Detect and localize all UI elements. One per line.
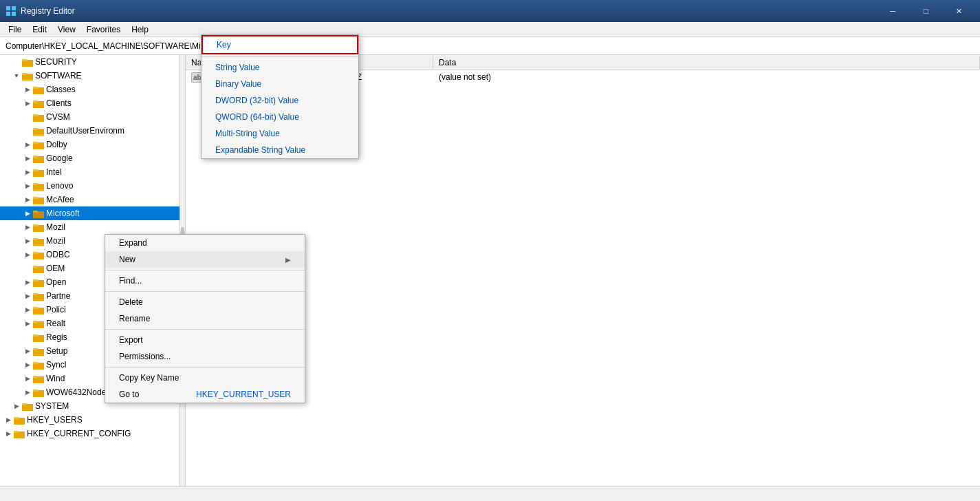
tree-item-google[interactable]: ▶ Google (0, 151, 185, 165)
submenu-key[interactable]: Key (202, 35, 358, 54)
title-bar-controls: ─ □ ✕ (877, 0, 974, 22)
tree-label: Realt (46, 319, 65, 328)
tree-item-hkey-users[interactable]: ▶ HKEY_USERS (0, 413, 185, 427)
tree-item-software[interactable]: ▼ SOFTWARE (0, 69, 185, 83)
svg-rect-2 (6, 12, 10, 16)
folder-icon (22, 57, 33, 67)
expand-icon: ▶ (3, 428, 14, 439)
ctx-new-label: New (119, 255, 135, 264)
expand-icon: ▶ (22, 139, 33, 150)
svg-rect-21 (33, 169, 38, 171)
tree-label: Classes (46, 85, 76, 94)
folder-icon (14, 415, 25, 425)
tree-item-hkey-current-config[interactable]: ▶ HKEY_CURRENT_CONFIG (0, 427, 185, 440)
folder-icon (14, 429, 25, 438)
ctx-delete[interactable]: Delete (105, 294, 305, 310)
ctx-export[interactable]: Export (105, 332, 305, 348)
tree-label: SOFTWARE (35, 71, 82, 81)
folder-icon (33, 112, 44, 122)
col-header-data: Data (433, 56, 980, 69)
submenu-expandable-string-value-label: Expandable String Value (215, 145, 305, 155)
tree-item-lenovo[interactable]: ▶ Lenovo (0, 179, 185, 193)
menu-help[interactable]: Help (126, 23, 154, 36)
tree-item-classes[interactable]: ▶ Classes (0, 83, 185, 96)
expand-icon: ▶ (22, 304, 33, 315)
tree-item-dolby[interactable]: ▶ Dolby (0, 138, 185, 151)
title-bar-left: Registry Editor (6, 6, 75, 17)
tree-label: HKEY_CURRENT_CONFIG (27, 429, 131, 438)
submenu-expandable-string-value[interactable]: Expandable String Value (202, 142, 358, 158)
menu-edit[interactable]: Edit (27, 23, 52, 36)
ctx-goto[interactable]: Go to HKEY_CURRENT_USER (105, 386, 305, 403)
folder-icon (33, 140, 44, 149)
ctx-rename-label: Rename (119, 314, 150, 323)
expand-icon: ▶ (22, 345, 33, 356)
tree-item-mozilla1[interactable]: ▶ Mozil (0, 220, 185, 234)
folder-icon (33, 153, 44, 163)
ctx-permissions[interactable]: Permissions... (105, 348, 305, 365)
svg-rect-51 (33, 376, 38, 378)
svg-rect-59 (14, 431, 19, 433)
minimize-button[interactable]: ─ (877, 0, 908, 22)
expand-icon: ▶ (22, 222, 33, 233)
tree-item-defaultuserenv[interactable]: DefaultUserEnvironm (0, 124, 185, 138)
svg-rect-0 (6, 6, 10, 10)
tree-item-microsoft[interactable]: ▶ Microsoft (0, 206, 185, 220)
submenu-sep1 (202, 56, 358, 57)
submenu-multi-string-value-label: Multi-String Value (215, 129, 280, 138)
submenu-dword-value-label: DWORD (32-bit) Value (215, 96, 298, 105)
expand-icon (22, 125, 33, 136)
menu-favorites[interactable]: Favorites (81, 23, 126, 36)
expand-icon: ▶ (22, 153, 33, 164)
folder-icon (33, 222, 44, 232)
ctx-find-label: Find... (119, 276, 142, 286)
ctx-copy-key-name[interactable]: Copy Key Name (105, 370, 305, 386)
tree-label: ODBC (46, 250, 70, 259)
menu-file[interactable]: File (3, 23, 27, 36)
tree-label: DefaultUserEnvironm (46, 126, 124, 136)
submenu-string-value-label: String Value (215, 63, 259, 72)
tree-label: CVSM (46, 112, 70, 122)
tree-item-clients[interactable]: ▶ Clients (0, 96, 185, 110)
submenu-multi-string-value[interactable]: Multi-String Value (202, 125, 358, 142)
folder-icon (33, 167, 44, 177)
svg-rect-45 (33, 334, 38, 337)
expand-icon: ▶ (22, 290, 33, 301)
submenu-dword-value[interactable]: DWORD (32-bit) Value (202, 92, 358, 109)
tree-item-security[interactable]: SECURITY (0, 55, 185, 69)
status-bar (0, 486, 980, 501)
menu-bar: File Edit View Favorites Help (0, 22, 980, 37)
submenu-qword-value[interactable]: QWORD (64-bit) Value (202, 109, 358, 125)
expand-icon (22, 332, 33, 343)
expand-icon (22, 111, 33, 122)
svg-rect-27 (33, 211, 38, 213)
submenu-binary-value[interactable]: Binary Value (202, 76, 358, 92)
submenu-string-value[interactable]: String Value (202, 59, 358, 76)
folder-icon (33, 85, 44, 94)
svg-rect-49 (33, 362, 38, 364)
tree-item-cvsm[interactable]: CVSM (0, 110, 185, 124)
ctx-new[interactable]: New ▶ (105, 251, 305, 268)
menu-view[interactable]: View (52, 23, 81, 36)
title-bar: Registry Editor ─ □ ✕ (0, 0, 980, 22)
ctx-rename[interactable]: Rename (105, 310, 305, 327)
tree-label: SECURITY (35, 57, 77, 67)
tree-label: WOW6432Node (46, 387, 106, 397)
tree-label: Wind (46, 374, 65, 383)
ctx-goto-label: Go to (119, 390, 139, 399)
folder-icon (33, 346, 44, 356)
ctx-find[interactable]: Find... (105, 273, 305, 289)
tree-label: Intel (46, 167, 62, 177)
svg-rect-17 (33, 142, 38, 144)
tree-item-mcafee[interactable]: ▶ McAfee (0, 193, 185, 206)
svg-rect-29 (33, 224, 38, 226)
ctx-expand[interactable]: Expand (105, 235, 305, 251)
svg-rect-13 (33, 114, 38, 116)
maximize-button[interactable]: □ (910, 0, 941, 22)
expand-icon: ▶ (22, 277, 33, 288)
ctx-sep2 (105, 291, 305, 292)
folder-icon (33, 264, 44, 273)
tree-item-intel[interactable]: ▶ Intel (0, 165, 185, 179)
close-button[interactable]: ✕ (943, 0, 974, 22)
tree-label: Regis (46, 332, 67, 342)
